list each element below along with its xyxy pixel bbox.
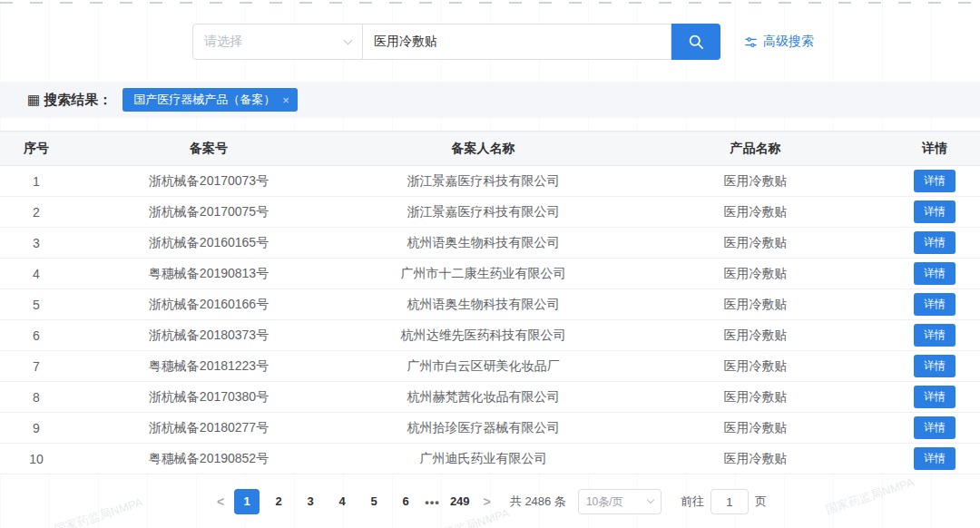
product-name: 医用冷敷贴 [622, 259, 889, 289]
table-row: 5 浙杭械备20160166号 杭州语奥生物科技有限公司 医用冷敷贴 详情 [0, 289, 980, 320]
page-button-4[interactable]: 4 [329, 489, 355, 514]
detail-button[interactable]: 详情 [914, 355, 956, 377]
page-number-list: 123456 [234, 489, 418, 514]
advanced-search-link[interactable]: 高级搜索 [744, 34, 814, 50]
goto-page: 前往 页 [681, 489, 767, 514]
detail-button[interactable]: 详情 [914, 170, 956, 192]
detail-cell: 详情 [889, 197, 980, 228]
pagination: < 123456 ••• 249 > 共 2486 条 10条/页 前往 页 [0, 489, 980, 514]
detail-button[interactable]: 详情 [914, 231, 956, 254]
category-select[interactable]: 请选择 [192, 24, 363, 60]
row-index: 1 [0, 166, 73, 197]
search-bar: 请选择 高级搜索 [192, 24, 980, 60]
goto-prefix-label: 前往 [681, 494, 704, 510]
product-name: 医用冷敷贴 [622, 320, 889, 351]
table-row: 7 粤穗械备20181223号 广州市白云区研美化妆品厂 医用冷敷贴 详情 [0, 351, 980, 382]
company-name: 浙江景嘉医疗科技有限公司 [345, 166, 622, 197]
detail-button[interactable]: 详情 [914, 324, 956, 347]
product-name: 医用冷敷贴 [622, 228, 889, 259]
row-index: 9 [0, 413, 73, 444]
pagination-ellipsis[interactable]: ••• [425, 495, 440, 509]
chevron-down-icon [647, 496, 654, 504]
results-table: 序号 备案号 备案人名称 产品名称 详情 1 浙杭械备20170073号 浙江景… [0, 131, 980, 474]
row-index: 5 [0, 289, 73, 320]
record-number: 浙杭械备20170380号 [73, 382, 345, 413]
product-name: 医用冷敷贴 [622, 444, 889, 474]
filter-sliders-icon [744, 35, 758, 49]
table-row: 10 粤穗械备20190852号 广州迪氏药业有限公司 医用冷敷贴 详情 [0, 444, 980, 474]
detail-button[interactable]: 详情 [914, 447, 956, 470]
detail-button[interactable]: 详情 [914, 293, 956, 316]
page-button-last[interactable]: 249 [446, 489, 474, 514]
company-name: 广州市十二康生药业有限公司 [345, 259, 622, 289]
product-name: 医用冷敷贴 [622, 289, 889, 320]
company-name: 浙江景嘉医疗科技有限公司 [345, 197, 622, 228]
table-row: 6 浙杭械备20180373号 杭州达维先医药科技有限公司 医用冷敷贴 详情 [0, 320, 980, 351]
next-page-button[interactable]: > [480, 494, 495, 509]
grid-icon: ▦ [27, 92, 40, 108]
page-size-value: 10条/页 [586, 494, 623, 510]
total-count-label: 共 2486 条 [510, 494, 566, 510]
search-icon [687, 33, 705, 51]
product-name: 医用冷敷贴 [622, 413, 889, 444]
record-number: 浙杭械备20180373号 [73, 320, 345, 351]
row-index: 7 [0, 351, 73, 382]
table-row: 9 浙杭械备20180277号 杭州拾珍医疗器械有限公司 医用冷敷贴 详情 [0, 413, 980, 444]
detail-cell: 详情 [889, 289, 980, 320]
company-name: 杭州拾珍医疗器械有限公司 [345, 413, 622, 444]
header-detail: 详情 [889, 132, 980, 166]
page-button-3[interactable]: 3 [298, 489, 323, 514]
page-button-2[interactable]: 2 [266, 489, 291, 514]
record-number: 浙杭械备20170075号 [73, 197, 345, 228]
detail-cell: 详情 [889, 320, 980, 351]
goto-page-input[interactable] [710, 489, 749, 514]
detail-cell: 详情 [889, 382, 980, 413]
company-name: 杭州语奥生物科技有限公司 [345, 228, 622, 259]
goto-suffix-label: 页 [755, 494, 767, 510]
page-button-6[interactable]: 6 [393, 489, 418, 514]
company-name: 广州市白云区研美化妆品厂 [345, 351, 622, 382]
row-index: 10 [0, 444, 73, 474]
table-header-row: 序号 备案号 备案人名称 产品名称 详情 [0, 132, 980, 166]
table-row: 3 浙杭械备20160165号 杭州语奥生物科技有限公司 医用冷敷贴 详情 [0, 228, 980, 259]
header-index: 序号 [0, 132, 73, 166]
page-button-1[interactable]: 1 [234, 489, 260, 514]
record-number: 粤穗械备20181223号 [73, 351, 345, 382]
search-results-bar: ▦ 搜索结果： 国产医疗器械产品（备案） × [0, 82, 980, 118]
product-name: 医用冷敷贴 [622, 351, 889, 382]
record-number: 浙杭械备20160166号 [73, 289, 345, 320]
detail-button[interactable]: 详情 [914, 416, 956, 439]
record-number: 浙杭械备20180277号 [73, 413, 345, 444]
search-button[interactable] [671, 24, 720, 60]
header-record-number: 备案号 [73, 132, 345, 166]
table-row: 2 浙杭械备20170075号 浙江景嘉医疗科技有限公司 医用冷敷贴 详情 [0, 197, 980, 228]
page-button-5[interactable]: 5 [361, 489, 387, 514]
company-name: 广州迪氏药业有限公司 [345, 444, 622, 474]
search-input[interactable] [363, 24, 671, 60]
record-number: 粤穗械备20190813号 [73, 259, 345, 289]
record-number: 粤穗械备20190852号 [73, 444, 345, 474]
page-size-select[interactable]: 10条/页 [578, 489, 662, 514]
filter-tag[interactable]: 国产医疗器械产品（备案） × [122, 88, 298, 112]
chevron-down-icon [344, 35, 353, 44]
detail-cell: 详情 [889, 351, 980, 382]
filter-tag-label: 国产医疗器械产品（备案） [133, 92, 275, 108]
row-index: 4 [0, 259, 73, 289]
detail-button[interactable]: 详情 [914, 262, 956, 285]
company-name: 杭州语奥生物科技有限公司 [345, 289, 622, 320]
detail-cell: 详情 [889, 444, 980, 474]
prev-page-button[interactable]: < [213, 494, 228, 509]
detail-button[interactable]: 详情 [914, 200, 956, 223]
close-icon[interactable]: × [282, 93, 289, 107]
detail-button[interactable]: 详情 [914, 386, 956, 408]
product-name: 医用冷敷贴 [622, 197, 889, 228]
table-row: 8 浙杭械备20170380号 杭州赫梵茜化妆品有限公司 医用冷敷贴 详情 [0, 382, 980, 413]
header-product-name: 产品名称 [622, 132, 889, 166]
top-dashed-border [0, 2, 980, 4]
results-label: 搜索结果： [44, 92, 112, 109]
detail-cell: 详情 [889, 166, 980, 197]
record-number: 浙杭械备20170073号 [73, 166, 345, 197]
company-name: 杭州达维先医药科技有限公司 [345, 320, 622, 351]
record-number: 浙杭械备20160165号 [73, 228, 345, 259]
category-select-placeholder: 请选择 [204, 34, 242, 50]
